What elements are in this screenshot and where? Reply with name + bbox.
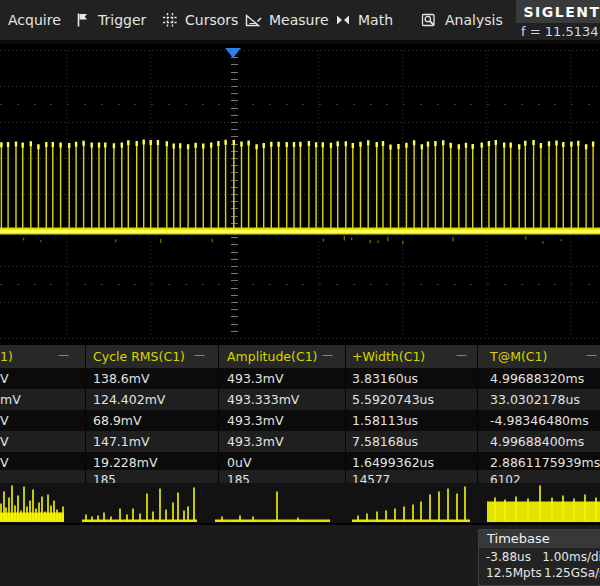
bowtie-icon [335,12,351,28]
table-row: V19.228mV0uV1.6499362us2.8861175939ms [0,452,600,470]
menu-item-label: Math [358,12,393,28]
measurement-column-header[interactable]: +Width(C1) [352,349,425,364]
menu-item-label: Acquire [8,12,61,28]
column-divider [85,345,86,483]
measurement-value: 0uV [227,455,251,470]
column-divider [218,345,219,483]
minimize-measurement-button[interactable]: — [586,348,597,361]
set-square-icon [245,12,262,28]
measurement-histogram-strip [0,483,600,523]
measurement-column-header[interactable]: 1) [0,349,13,364]
measurement-value: 33.0302178us [490,392,580,407]
grid-line-horizontal [0,194,600,195]
measurement-value: 493.333mV [227,392,299,407]
table-row: mV124.402mV493.333mV5.5920743us33.030217… [0,389,600,410]
measurement-table-header: 1)—Cycle RMS(C1)—Amplitude(C1)—+Width(C1… [0,345,600,369]
timebase-scale: 1.00ms/div [542,550,600,564]
measurement-value: 124.402mV [93,392,165,407]
menu-item-label: Measure [269,12,329,28]
menu-item-label: Trigger [98,12,146,28]
measurement-value: 19.228mV [93,455,157,470]
measurement-value: V [0,434,9,449]
timebase-delay: -3.88us [486,550,542,564]
measurement-value: 7.58168us [352,434,418,449]
measurement-value: 493.3mV [227,434,284,449]
cursors-grid-icon [162,12,178,28]
trigger-delay-axis-ticks [231,50,238,338]
grid-line-horizontal [0,86,600,87]
grid-minor-ticks-row [0,284,600,285]
grid-line-horizontal [0,50,600,51]
measurement-value: -4.98346480ms [490,413,589,428]
trigger-position-indicator[interactable] [225,48,241,58]
menu-item-trigger[interactable]: Trigger [75,0,146,40]
measurement-value: 3.83160us [352,371,418,386]
measurement-value: mV [0,392,21,407]
bottom-status-bar: Timebase -3.88us 1.00ms/div 12.5Mpts 1.2… [0,523,600,586]
menu-item-acquire[interactable]: Acquire [8,0,61,40]
channel1-waveform [0,0,600,345]
timebase-memory-depth: 12.5Mpts [486,566,544,580]
column-divider [345,345,346,483]
grid-line-vertical [486,50,487,338]
grid-line-horizontal [0,338,600,339]
measurement-value: 4.99688400ms [490,434,584,449]
measurement-value: V [0,371,9,386]
timebase-panel[interactable]: Timebase -3.88us 1.00ms/div 12.5Mpts 1.2… [478,529,600,586]
table-row: 185185145776102 [0,470,600,483]
oscilloscope-screen: AcquireTriggerCursorsMeasureMathAnalysis… [0,0,600,586]
measurement-value: 138.6mV [93,371,150,386]
top-menu-bar: AcquireTriggerCursorsMeasureMathAnalysis… [0,0,600,44]
measurement-column-header[interactable]: Amplitude(C1) [227,349,318,364]
measurement-value: 147.1mV [93,434,150,449]
magnifier-icon [421,12,438,28]
grid-line-vertical [66,50,67,338]
grid-line-vertical [150,50,151,338]
menu-item-measure[interactable]: Measure [245,0,329,40]
measurement-value: 493.3mV [227,413,284,428]
grid-line-vertical [318,50,319,338]
measurement-value: V [0,455,9,470]
grid-line-vertical [570,50,571,338]
grid-minor-ticks-row [0,104,600,105]
column-divider [477,345,478,483]
grid-line-horizontal [0,230,600,231]
timebase-title: Timebase [479,530,600,548]
trigger-frequency-readout: f = 11.5134 [521,24,599,39]
flag-icon [75,12,91,28]
measurement-value: 1.58113us [352,413,418,428]
measurement-value: 493.3mV [227,371,284,386]
grid-line-horizontal [0,302,600,303]
measurement-value: 68.9mV [93,413,142,428]
minimize-measurement-button[interactable]: — [194,348,205,361]
measurement-value: 1.6499362us [352,455,434,470]
measurement-column-header[interactable]: T@M(C1) [490,349,547,364]
menu-item-cursors[interactable]: Cursors [162,0,238,40]
measurement-value: 5.5920743us [352,392,434,407]
siglent-logo: SIGLENT [516,0,600,23]
menu-item-label: Analysis [445,12,503,28]
measurement-value: 2.8861175939ms [490,455,600,470]
grid-line-horizontal [0,122,600,123]
measurement-value: V [0,413,9,428]
minimize-measurement-button[interactable]: — [456,348,467,361]
measurement-column-header[interactable]: Cycle RMS(C1) [93,349,185,364]
menu-item-label: Cursors [185,12,238,28]
menu-item-math[interactable]: Math [335,0,393,40]
table-row: V147.1mV493.3mV7.58168us4.99688400ms [0,431,600,452]
minimize-measurement-button[interactable]: — [322,348,333,361]
menu-item-analysis[interactable]: Analysis [421,0,503,40]
grid-line-horizontal [0,158,600,159]
measurement-value: 4.99688320ms [490,371,584,386]
measurement-table: 1)—Cycle RMS(C1)—Amplitude(C1)—+Width(C1… [0,345,600,483]
grid-line-horizontal [0,266,600,267]
minimize-measurement-button[interactable]: — [58,348,69,361]
timebase-sample-rate: 1.25GSa/s [544,566,600,580]
table-row: V68.9mV493.3mV1.58113us-4.98346480ms [0,410,600,431]
table-row: V138.6mV493.3mV3.83160us4.99688320ms [0,368,600,389]
grid-line-vertical [402,50,403,338]
